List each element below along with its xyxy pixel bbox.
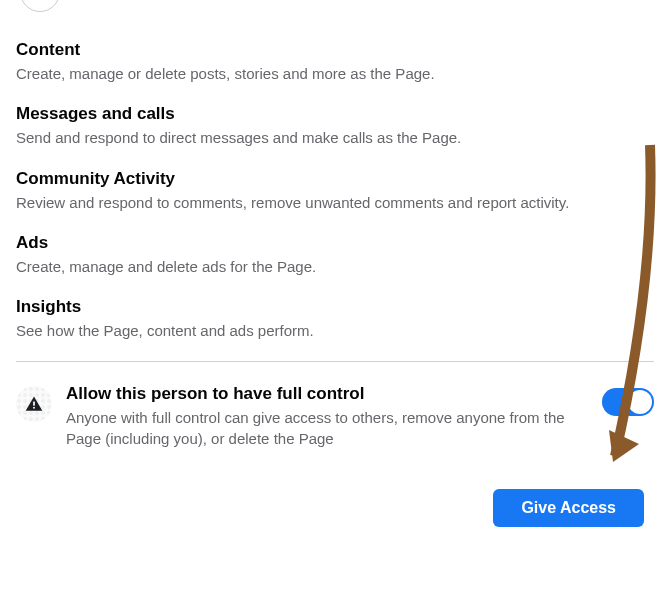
section-title: Insights: [16, 297, 654, 317]
full-control-row: Allow this person to have full control A…: [16, 362, 654, 459]
section-title: Community Activity: [16, 169, 654, 189]
section-insights: Insights See how the Page, content and a…: [16, 297, 654, 341]
alert-triangle-icon: [24, 394, 44, 414]
avatar-placeholder: [20, 0, 60, 12]
give-access-button[interactable]: Give Access: [493, 489, 644, 527]
full-control-desc: Anyone with full control can give access…: [66, 408, 588, 449]
section-title: Ads: [16, 233, 654, 253]
toggle-knob: [628, 390, 652, 414]
section-title: Content: [16, 40, 654, 60]
section-content: Content Create, manage or delete posts, …: [16, 40, 654, 84]
section-community: Community Activity Review and respond to…: [16, 169, 654, 213]
warning-icon: [16, 386, 52, 422]
svg-rect-0: [33, 402, 35, 406]
section-desc: Send and respond to direct messages and …: [16, 128, 654, 148]
section-desc: Review and respond to comments, remove u…: [16, 193, 654, 213]
section-ads: Ads Create, manage and delete ads for th…: [16, 233, 654, 277]
svg-rect-1: [33, 407, 35, 409]
section-messages: Messages and calls Send and respond to d…: [16, 104, 654, 148]
section-desc: See how the Page, content and ads perfor…: [16, 321, 654, 341]
full-control-title: Allow this person to have full control: [66, 384, 588, 404]
full-control-toggle[interactable]: [602, 388, 654, 416]
section-desc: Create, manage and delete ads for the Pa…: [16, 257, 654, 277]
section-desc: Create, manage or delete posts, stories …: [16, 64, 654, 84]
section-title: Messages and calls: [16, 104, 654, 124]
